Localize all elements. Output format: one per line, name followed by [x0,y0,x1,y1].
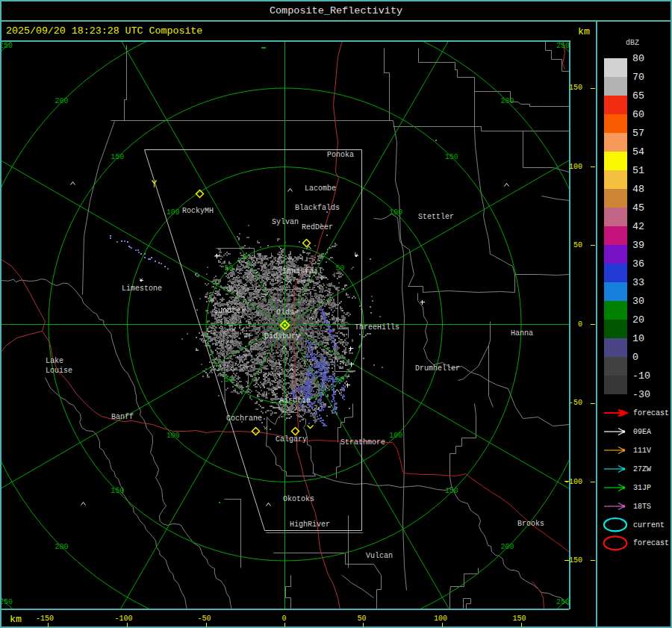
svg-text:Okotoks: Okotoks [283,495,314,503]
svg-text:150: 150 [111,487,124,495]
svg-text:30: 30 [632,296,644,307]
svg-text:45: 45 [632,202,644,214]
svg-text:Hanna: Hanna [511,329,533,338]
svg-text:57: 57 [632,128,644,139]
svg-text:39: 39 [632,240,644,251]
svg-text:80: 80 [632,53,644,64]
svg-text:200: 200 [55,97,69,105]
svg-text:20: 20 [632,314,644,326]
svg-text:RockyMH: RockyMH [182,207,214,215]
svg-text:33: 33 [632,277,644,288]
svg-text:forecast: forecast [633,409,669,417]
svg-text:100: 100 [434,615,447,623]
svg-text:70: 70 [632,72,644,83]
svg-text:100: 100 [389,432,402,440]
svg-text:-10: -10 [632,370,650,382]
svg-text:0: 0 [281,615,286,623]
svg-text:48: 48 [632,184,644,195]
svg-text:Stettler: Stettler [418,213,454,221]
svg-text:Drumheller: Drumheller [415,364,460,373]
svg-text:50: 50 [224,376,233,384]
svg-text:60: 60 [632,109,644,120]
svg-text:Lacombe: Lacombe [305,184,336,193]
svg-text:Olds: Olds [276,308,294,317]
svg-text:50: 50 [336,264,345,273]
svg-text:50: 50 [336,376,345,384]
svg-text:50: 50 [573,241,582,249]
svg-text:Cochrane: Cochrane [226,414,262,423]
svg-text:km: km [10,614,22,625]
svg-text:10: 10 [632,333,644,344]
svg-text:100: 100 [167,208,180,217]
svg-text:2025/09/20 18:23:28 UTC Compos: 2025/09/20 18:23:28 UTC Composite [6,25,202,37]
svg-text:0: 0 [578,320,582,329]
svg-text:Vulcan: Vulcan [366,552,393,560]
svg-text:250: 250 [556,42,570,50]
svg-text:150: 150 [445,153,458,161]
svg-text:Louise: Louise [46,367,72,375]
svg-text:HighRiver: HighRiver [290,520,330,529]
svg-text:Limestone: Limestone [122,285,162,293]
svg-text:RedDeer: RedDeer [302,223,333,231]
svg-text:150: 150 [512,615,526,623]
svg-text:-30: -30 [632,389,650,400]
svg-text:-150: -150 [36,615,54,623]
svg-text:51: 51 [632,165,644,176]
svg-text:Ponoka: Ponoka [327,151,354,159]
svg-text:Strathmore: Strathmore [340,438,385,447]
svg-text:Banff: Banff [111,413,134,421]
svg-text:Didsbury: Didsbury [264,332,300,341]
svg-text:Innisfail: Innisfail [282,267,323,276]
svg-text:-150: -150 [564,556,582,565]
svg-text:150: 150 [111,153,124,161]
svg-text:27ZW: 27ZW [633,465,651,473]
svg-text:31JP: 31JP [633,484,651,492]
svg-text:150: 150 [569,84,582,92]
svg-text:ThreeHills: ThreeHills [355,323,399,332]
svg-text:150: 150 [445,487,458,495]
svg-text:Blackfalds: Blackfalds [295,204,340,212]
svg-text:Lake: Lake [46,357,63,365]
svg-text:Calgary: Calgary [276,435,307,444]
svg-text:-100: -100 [114,615,132,623]
svg-text:200: 200 [55,543,69,551]
svg-text:50: 50 [357,615,366,623]
svg-text:42: 42 [632,221,644,232]
svg-text:200: 200 [500,97,514,105]
svg-text:dBZ: dBZ [626,39,639,47]
svg-text:18TS: 18TS [633,503,651,511]
svg-text:65: 65 [632,90,644,102]
svg-text:km: km [578,26,590,37]
svg-text:09EA: 09EA [633,428,651,436]
svg-text:54: 54 [632,146,644,158]
svg-text:100: 100 [569,163,582,171]
svg-text:111V: 111V [633,447,651,455]
svg-text:forecast: forecast [633,539,669,547]
svg-text:250: 250 [0,42,13,50]
svg-text:Airdrie: Airdrie [279,397,311,405]
svg-text:200: 200 [500,543,514,551]
svg-text:250: 250 [556,598,570,606]
svg-text:50: 50 [224,264,233,273]
svg-text:-50: -50 [569,399,582,407]
svg-text:-100: -100 [564,478,582,486]
svg-text:Sundre: Sundre [214,307,240,315]
svg-text:Composite_Reflectivity: Composite_Reflectivity [270,5,402,16]
svg-text:current: current [633,521,665,529]
svg-text:Brooks: Brooks [517,520,544,528]
svg-text:0: 0 [632,352,638,363]
svg-text:250: 250 [0,598,13,606]
svg-text:100: 100 [167,432,180,440]
svg-text:100: 100 [389,208,402,217]
svg-text:-50: -50 [197,615,211,623]
svg-text:Sylvan: Sylvan [272,218,299,226]
svg-text:36: 36 [632,258,644,270]
